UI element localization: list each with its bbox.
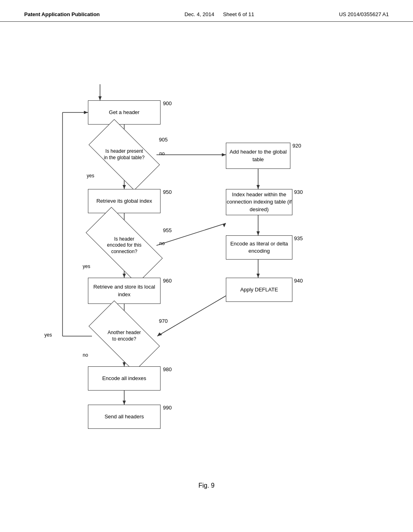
label-no1: no bbox=[159, 151, 165, 156]
svg-marker-11 bbox=[257, 185, 260, 189]
box-add-header-label: Add header to the global table bbox=[226, 148, 290, 163]
ref-940: 940 bbox=[294, 278, 303, 284]
svg-marker-15 bbox=[223, 223, 226, 227]
box-apply-deflate-label: Apply DEFLATE bbox=[240, 286, 278, 293]
box-retrieve-local-index: Retrieve and store its local index bbox=[88, 278, 161, 304]
ref-980: 980 bbox=[163, 366, 172, 372]
ref-900: 900 bbox=[163, 100, 172, 106]
diamond-955-label: Is headerencoded for thisconnection? bbox=[107, 236, 141, 255]
box-index-header: Index header within the connection index… bbox=[226, 189, 292, 215]
diamond-970-label: Another headerto encode? bbox=[108, 330, 141, 342]
diamond-905: Is header presentin the global table? bbox=[92, 137, 156, 173]
diamond-955: Is headerencoded for thisconnection? bbox=[88, 227, 161, 264]
box-index-header-label: Index header within the connection index… bbox=[226, 191, 292, 213]
box-send-all-headers: Send all headers bbox=[88, 405, 161, 429]
date-label: Dec. 4, 2014 bbox=[184, 11, 214, 17]
ref-935: 935 bbox=[294, 235, 303, 241]
sheet-label: Sheet 6 of 11 bbox=[223, 11, 254, 17]
box-send-all-headers-label: Send all headers bbox=[104, 413, 144, 420]
ref-920: 920 bbox=[292, 143, 301, 149]
diamond-970: Another headerto encode? bbox=[92, 318, 156, 354]
svg-marker-17 bbox=[257, 231, 260, 235]
svg-marker-13 bbox=[123, 274, 126, 278]
patent-number: US 2014/0355627 A1 bbox=[339, 11, 389, 17]
ref-905: 905 bbox=[159, 137, 168, 143]
box-get-header: Get a header bbox=[88, 100, 161, 125]
diagram-area: Get a header 900 Is header presentin the… bbox=[0, 22, 413, 497]
svg-marker-29 bbox=[84, 111, 88, 114]
svg-marker-5 bbox=[123, 185, 126, 189]
box-encode-literal-label: Encode as literal or delta encoding bbox=[226, 240, 292, 255]
ref-960: 960 bbox=[163, 278, 172, 284]
date-sheet: Dec. 4, 2014 Sheet 6 of 11 bbox=[184, 11, 254, 17]
box-retrieve-global-index: Retrieve its global index bbox=[88, 189, 161, 213]
svg-marker-1 bbox=[98, 96, 102, 100]
page-header: Patent Application Publication Dec. 4, 2… bbox=[0, 0, 413, 22]
svg-line-22 bbox=[157, 296, 226, 336]
ref-950: 950 bbox=[163, 189, 172, 195]
svg-marker-21 bbox=[257, 274, 260, 278]
box-encode-all-indexes: Encode all indexes bbox=[88, 366, 161, 391]
box-retrieve-global-index-label: Retrieve its global index bbox=[96, 197, 152, 205]
svg-marker-31 bbox=[123, 401, 126, 405]
label-no2: no bbox=[159, 241, 165, 246]
box-apply-deflate: Apply DEFLATE bbox=[226, 278, 292, 302]
label-no3: no bbox=[83, 352, 88, 358]
label-yes1: yes bbox=[87, 173, 94, 179]
ref-990: 990 bbox=[163, 405, 172, 411]
box-retrieve-local-index-label: Retrieve and store its local index bbox=[88, 283, 160, 298]
box-get-header-label: Get a header bbox=[109, 109, 140, 116]
box-add-header: Add header to the global table bbox=[226, 143, 290, 169]
ref-930: 930 bbox=[294, 189, 303, 195]
svg-marker-23 bbox=[157, 332, 162, 336]
box-encode-all-indexes-label: Encode all indexes bbox=[102, 375, 146, 382]
label-yes2: yes bbox=[83, 264, 90, 269]
publication-label: Patent Application Publication bbox=[24, 11, 100, 17]
flowchart-arrows bbox=[0, 22, 413, 497]
label-yes3: yes bbox=[44, 332, 52, 338]
fig-caption: Fig. 9 bbox=[198, 482, 215, 489]
ref-955: 955 bbox=[163, 227, 172, 233]
svg-line-14 bbox=[156, 223, 226, 245]
box-encode-literal: Encode as literal or delta encoding bbox=[226, 235, 292, 260]
svg-marker-7 bbox=[222, 153, 226, 156]
ref-970: 970 bbox=[159, 318, 168, 324]
diamond-905-label: Is header presentin the global table? bbox=[104, 148, 145, 161]
